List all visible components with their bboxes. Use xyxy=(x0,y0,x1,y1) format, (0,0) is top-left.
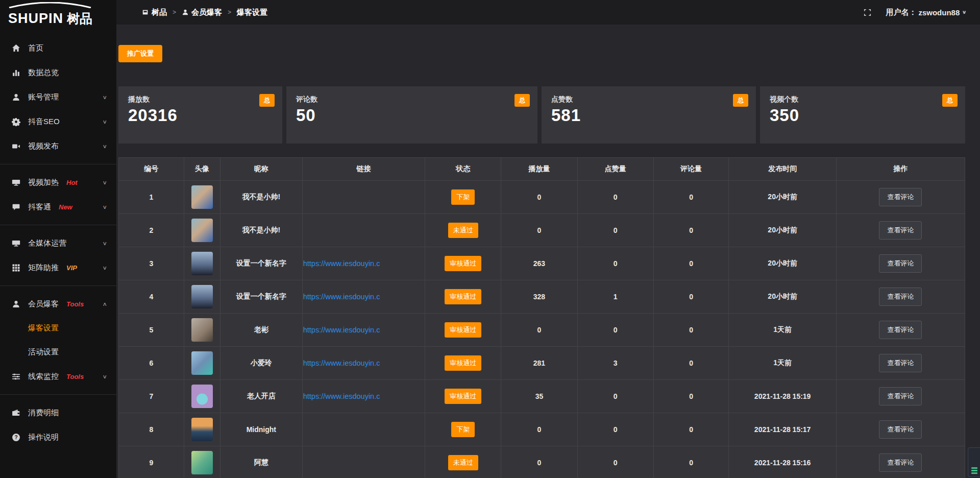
video-link[interactable]: https://www.iesdouyin.c xyxy=(303,359,424,367)
cell-comments: 0 xyxy=(653,280,729,314)
view-comments-button[interactable]: 查看评论 xyxy=(879,420,922,439)
sidebar-item-label: 首页 xyxy=(28,43,43,53)
view-comments-button[interactable]: 查看评论 xyxy=(879,188,922,206)
status-badge[interactable]: 未通过 xyxy=(448,223,478,238)
breadcrumb-item-baoke-settings[interactable]: 爆客设置 xyxy=(237,8,267,17)
column-header: 昵称 xyxy=(220,158,302,181)
promo-settings-button[interactable]: 推广设置 xyxy=(118,45,162,62)
cell-plays: 0 xyxy=(501,446,577,478)
status-badge[interactable]: 审核通过 xyxy=(445,289,481,304)
sidebar-item-video-heat[interactable]: 视频加热Hot∨ xyxy=(0,170,116,195)
cell-status: 下架 xyxy=(425,181,501,214)
video-link[interactable]: https://www.iesdouyin.c xyxy=(303,293,424,301)
sidebar-subitem-activity-settings[interactable]: 活动设置 xyxy=(0,340,116,364)
sidebar-item-douyin-seo[interactable]: 抖音SEO∨ xyxy=(0,109,116,134)
breadcrumb-item-member-baoke[interactable]: 会员爆客 xyxy=(182,8,222,17)
cell-comments: 0 xyxy=(653,446,729,478)
videos-table: 编号头像昵称链接状态播放量点赞量评论量发布时间操作 1我不是小帅!下架00020… xyxy=(118,157,965,478)
status-badge[interactable]: 审核通过 xyxy=(445,355,481,371)
user-menu[interactable]: 用户名： zswodun88 ∨ xyxy=(886,8,967,17)
sidebar-item-label: 操作说明 xyxy=(28,433,59,442)
video-icon xyxy=(12,142,20,151)
sidebar-item-label: 消费明细 xyxy=(28,408,59,418)
cell-avatar xyxy=(184,314,220,347)
view-comments-button[interactable]: 查看评论 xyxy=(879,354,922,372)
status-badge[interactable]: 下架 xyxy=(451,189,475,205)
wallet-icon xyxy=(12,409,20,417)
sidebar-item-matrix-boost[interactable]: 矩阵助推VIP∨ xyxy=(0,255,116,280)
cell-likes: 0 xyxy=(577,314,653,347)
sidebar-item-help[interactable]: ?操作说明 xyxy=(0,425,116,449)
sidebar-item-consume-detail[interactable]: 消费明细 xyxy=(0,400,116,425)
sidebar-item-label: 账号管理 xyxy=(28,92,59,102)
table-header-row: 编号头像昵称链接状态播放量点赞量评论量发布时间操作 xyxy=(119,158,965,181)
cell-action: 查看评论 xyxy=(836,247,965,280)
breadcrumb-item-shupin[interactable]: 树品 xyxy=(142,8,167,17)
avatar[interactable] xyxy=(191,285,213,308)
video-link[interactable]: https://www.iesdouyin.c xyxy=(303,326,424,334)
sidebar-item-data-overview[interactable]: 数据总览 xyxy=(0,60,116,85)
avatar[interactable] xyxy=(191,351,213,375)
column-header: 播放量 xyxy=(501,158,577,181)
status-badge[interactable]: 下架 xyxy=(451,422,475,437)
view-comments-button[interactable]: 查看评论 xyxy=(879,453,922,472)
avatar[interactable] xyxy=(191,418,213,441)
sidebar-item-media-ops[interactable]: 全媒体运营∨ xyxy=(0,231,116,255)
avatar[interactable] xyxy=(191,451,213,474)
avatar[interactable] xyxy=(191,318,213,342)
chevron-down-icon: ∨ xyxy=(102,179,107,185)
cell-id: 2 xyxy=(119,214,184,247)
cell-action: 查看评论 xyxy=(836,413,965,446)
sidebar-item-member-baoke[interactable]: 会员爆客Tools∧ xyxy=(0,292,116,316)
breadcrumb-label: 爆客设置 xyxy=(237,8,267,17)
sidebar-item-home[interactable]: 首页 xyxy=(0,36,116,60)
avatar[interactable] xyxy=(191,219,213,242)
cell-status: 未通过 xyxy=(425,446,501,478)
cell-plays: 263 xyxy=(501,247,577,280)
avatar[interactable] xyxy=(191,252,213,275)
status-badge[interactable]: 未通过 xyxy=(448,455,478,470)
column-header: 发布时间 xyxy=(729,158,837,181)
status-badge[interactable]: 审核通过 xyxy=(445,256,481,271)
stat-card-1: 评论数50总 xyxy=(286,86,537,144)
sidebar-item-clue-monitor[interactable]: 线索监控Tools∨ xyxy=(0,364,116,389)
sidebar-item-label: 视频发布 xyxy=(28,141,59,151)
floating-widget[interactable] xyxy=(968,447,980,477)
stats-cards: 播放数20316总评论数50总点赞数581总视频个数350总 xyxy=(118,86,965,144)
cell-plays: 0 xyxy=(501,214,577,247)
home-icon xyxy=(12,44,20,53)
sidebar-subitem-baoke-settings[interactable]: 爆客设置 xyxy=(0,316,116,340)
view-comments-button[interactable]: 查看评论 xyxy=(879,221,922,240)
status-badge[interactable]: 审核通过 xyxy=(445,389,481,404)
breadcrumb-label: 树品 xyxy=(152,8,167,17)
sidebar-item-account[interactable]: 账号管理∨ xyxy=(0,85,116,109)
stat-value: 20316 xyxy=(128,106,274,125)
view-comments-button[interactable]: 查看评论 xyxy=(879,321,922,339)
logo[interactable]: SHUPIN 树品 xyxy=(0,0,116,31)
view-comments-button[interactable]: 查看评论 xyxy=(879,387,922,405)
stat-total-badge: 总 xyxy=(733,94,748,107)
cell-action: 查看评论 xyxy=(836,181,965,214)
sidebar-item-tag: Hot xyxy=(66,179,78,186)
cell-avatar xyxy=(184,214,220,247)
fullscreen-icon[interactable] xyxy=(864,9,871,16)
sidebar-menu: 首页数据总览账号管理∨抖音SEO∨视频发布∨视频加热Hot∨抖客通New∨全媒体… xyxy=(0,36,116,449)
stat-total-badge: 总 xyxy=(259,94,275,107)
cell-nickname: 小爱玲 xyxy=(220,347,302,380)
sidebar-item-douketong[interactable]: 抖客通New∨ xyxy=(0,195,116,219)
video-link[interactable]: https://www.iesdouyin.c xyxy=(303,259,424,268)
avatar[interactable] xyxy=(191,385,213,408)
cell-likes: 1 xyxy=(577,280,653,314)
status-badge[interactable]: 审核通过 xyxy=(445,322,481,338)
view-comments-button[interactable]: 查看评论 xyxy=(879,254,922,273)
cell-plays: 0 xyxy=(501,413,577,446)
video-link[interactable]: https://www.iesdouyin.c xyxy=(303,392,424,400)
cell-avatar xyxy=(184,380,220,413)
view-comments-button[interactable]: 查看评论 xyxy=(879,288,922,306)
cell-id: 8 xyxy=(119,413,184,446)
user-icon xyxy=(182,9,189,16)
avatar[interactable] xyxy=(191,185,213,209)
column-header: 链接 xyxy=(302,158,425,181)
sidebar-item-video-publish[interactable]: 视频发布∨ xyxy=(0,134,116,158)
svg-text:?: ? xyxy=(14,434,17,440)
